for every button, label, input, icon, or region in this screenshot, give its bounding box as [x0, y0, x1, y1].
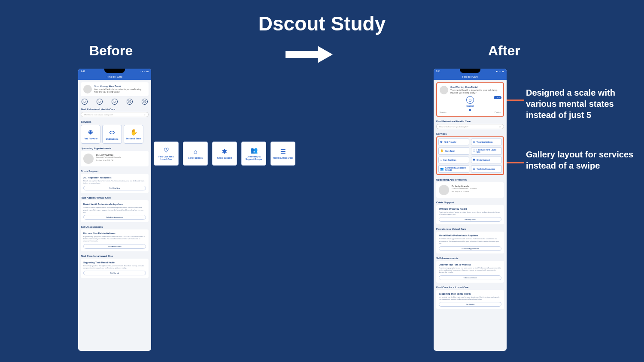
phone-after: 9:41 ▮▮ ᯤ ▬ Find BH Care Good Morning, K…	[434, 69, 507, 351]
annotation-scale: Designed a scale with various mental sta…	[526, 87, 638, 121]
mood-face-3[interactable]: ☺	[112, 99, 118, 105]
loved-heading: Supporting Their Mental Health	[83, 261, 146, 264]
crisis-heading: 24/7 Help When You Need It	[83, 176, 146, 179]
self-card: Discover Your Path to Wellness Experienc…	[81, 229, 149, 251]
svc-personal-team[interactable]: ✋Personal Team	[124, 125, 143, 144]
section-crisis: Crisis Support	[81, 170, 149, 172]
get-help-button[interactable]: Get Help Now	[439, 217, 501, 222]
loved-body: Let us help you find the right care for …	[83, 265, 146, 269]
search-icon: ⌕	[144, 113, 146, 116]
people-icon: 👥	[440, 167, 444, 171]
mood-face-4[interactable]: ☹	[127, 99, 133, 105]
search-input[interactable]: What kind of care are you looking for? ⌕	[436, 124, 504, 129]
loved-card: Supporting Their Mental Health Let us he…	[436, 290, 504, 309]
svc-medications[interactable]: ⬭Medications	[102, 125, 122, 144]
search-placeholder: What kind of care are you looking for?	[84, 114, 112, 116]
fast-heading: Mental Health Professionals Anywhere	[439, 234, 501, 237]
svc-find-provider[interactable]: ⊕Find Provider	[81, 125, 100, 144]
appointment-card[interactable]: Dr. Lesly Alvarado Licensed Professional…	[81, 151, 149, 166]
list-icon: ☰	[280, 148, 286, 155]
house-icon: ⌂	[194, 148, 197, 155]
phone-before: 9:41 ▮▮ ᯤ ▬ Find BH Care Good Morning, K…	[78, 69, 151, 351]
services-grid: ⊕Find Provider ⬭View Medications ✋Care T…	[436, 136, 504, 175]
svc-find-provider[interactable]: ⊕Find Provider	[438, 139, 469, 145]
loved-body: Let us help you find the right care for …	[439, 296, 501, 300]
mood-negative-label: Negative	[440, 111, 447, 113]
hand-icon: ✋	[440, 149, 444, 153]
mood-slider[interactable]	[440, 110, 501, 110]
search-icon: ⌕	[499, 125, 501, 128]
svc-crisis-support[interactable]: ✱Crisis Support	[471, 157, 502, 163]
mood-positive-label: Positive	[495, 111, 501, 113]
svc-community[interactable]: 👥Community & Support Groups	[241, 142, 266, 166]
get-help-button[interactable]: Get Help Now	[83, 186, 146, 190]
get-started-button[interactable]: Get Started	[439, 302, 501, 307]
crisis-card: 24/7 Help When You Need It Reach out any…	[436, 205, 504, 224]
svc-loved-one[interactable]: ♡Find Care for a Loved One	[471, 147, 502, 155]
fast-body: Schedule virtual appointments with licen…	[83, 206, 146, 213]
doctor-role: Licensed Professional Counselor	[96, 156, 121, 158]
svc-care-facilities[interactable]: ⌂Care Facilities	[438, 157, 469, 163]
status-bar: 9:41 ▮▮ ᯤ ▬	[78, 69, 151, 74]
appointment-card[interactable]: Dr. Lesly Alvarado Licensed Professional…	[436, 182, 504, 198]
arrow-icon	[283, 44, 335, 67]
svc-community[interactable]: 👥Community & Support Groups	[438, 165, 469, 173]
avatar	[440, 86, 448, 94]
loved-heading: Supporting Their Mental Health	[439, 293, 501, 295]
annotation-gallery: Gallery layout for services instead of a…	[526, 149, 638, 171]
crisis-heading: 24/7 Help When You Need It	[439, 208, 501, 210]
status-time: 9:41	[436, 70, 440, 72]
self-body: Experiencing symptoms and not sure where…	[439, 267, 501, 274]
fast-body: Schedule virtual appointments with licen…	[439, 238, 501, 244]
greeting-name: Kiara Daniel	[465, 86, 477, 88]
services-overflow: ♡Find Care for a Loved One ⌂Care Facilit…	[154, 142, 295, 166]
mood-slider-card: Good Morning, Kiara Daniel Your mental h…	[436, 82, 504, 117]
appointment-time: Fri, July 14 at 2:00 PM	[96, 159, 121, 161]
doctor-avatar	[83, 154, 94, 164]
mood-face-2[interactable]: ☺	[97, 99, 103, 105]
greeting-prefix: Good Morning,	[94, 85, 109, 87]
get-started-button[interactable]: Get Started	[83, 271, 146, 275]
doctor-role: Licensed Professional Counselor	[452, 187, 477, 190]
section-self-assess: Self-Assessments	[436, 257, 504, 259]
svc-crisis-support[interactable]: ✱Crisis Support	[212, 142, 237, 166]
services-row[interactable]: ⊕Find Provider ⬭Medications ✋Personal Te…	[81, 125, 149, 144]
greeting-name: Kiara Daniel	[109, 85, 121, 87]
crisis-card: 24/7 Help When You Need It Reach out any…	[81, 174, 149, 193]
schedule-button[interactable]: Schedule Appointment	[83, 215, 146, 220]
svc-toolkit[interactable]: ☰Toolkit & Resources	[471, 165, 502, 173]
svc-loved-one[interactable]: ♡Find Care for a Loved One	[154, 142, 179, 166]
take-assessment-button[interactable]: Take Assessment	[439, 275, 501, 280]
page-title: Dscout Study	[258, 12, 386, 35]
greeting-sub: Your mental health is important to your …	[94, 88, 146, 93]
mood-face-neutral: ☺	[466, 96, 474, 104]
section-find-care: Find Behavioral Health Care	[436, 120, 504, 123]
house-icon: ⌂	[440, 159, 442, 162]
section-appointments: Upcoming Appointments	[81, 147, 149, 150]
self-heading: Discover Your Path to Wellness	[439, 263, 501, 266]
svc-care-facilities[interactable]: ⌂Care Facilities	[183, 142, 208, 166]
search-input[interactable]: What kind of care are you looking for? ⌕	[81, 112, 149, 117]
status-bar: 9:41 ▮▮ ᯤ ▬	[434, 69, 507, 74]
mood-face-5[interactable]: ☹	[142, 99, 148, 105]
nav-bar: Find BH Care	[434, 74, 507, 80]
section-fast-access: Fast Access Virtual Care	[81, 196, 149, 199]
section-loved-one: Find Care for a Loved One	[81, 255, 149, 257]
svc-care-team[interactable]: ✋Care Team	[438, 147, 469, 155]
list-icon: ☰	[473, 167, 475, 171]
status-time: 9:41	[81, 70, 85, 72]
heart-icon: ♡	[164, 147, 169, 154]
mood-count-badge: 1 of 5	[494, 96, 501, 99]
take-assessment-button[interactable]: Take Assessment	[83, 244, 146, 249]
svc-medications[interactable]: ⬭View Medications	[471, 139, 502, 145]
greeting-sub: Your mental health is important to your …	[450, 89, 501, 94]
schedule-button[interactable]: Schedule Appointment	[439, 246, 501, 251]
notch	[104, 69, 125, 73]
svc-toolkit[interactable]: ☰Toolkit & Resources	[270, 142, 295, 166]
status-icons: ▮▮ ᯤ ▬	[496, 70, 504, 72]
section-fast-access: Fast Access Virtual Care	[436, 228, 504, 230]
pill-icon: ⬭	[473, 140, 475, 144]
section-loved-one: Find Care for a Loved One	[436, 286, 504, 289]
mood-face-1[interactable]: ☺	[82, 99, 88, 105]
section-services: Services	[436, 133, 504, 135]
